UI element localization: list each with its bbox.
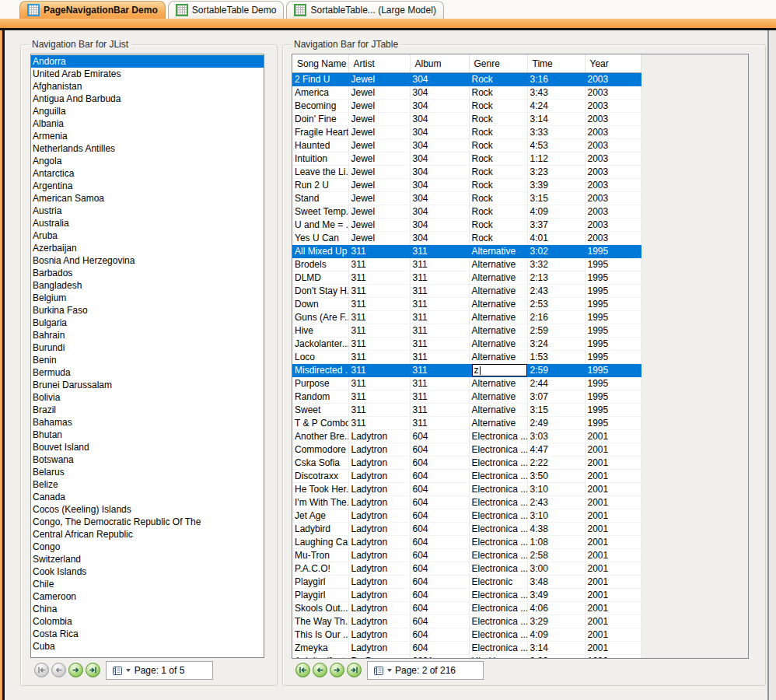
table-row[interactable]: This Is Our ...Ladytron604Electronica ..… [292,628,641,642]
table-row[interactable]: U and Me = ...Jewel304Rock3:372003 [292,219,641,232]
country-list[interactable]: AndorraUnited Arab EmiratesAfghanistanAn… [30,54,264,658]
table-row[interactable]: LadybirdLadytron604Electronica ...4:3820… [292,523,641,536]
table-row[interactable]: Brodels311311Alternative3:321995 [292,258,641,271]
list-item[interactable]: Bhutan [31,429,264,441]
list-item[interactable]: Argentina [31,180,264,192]
table-row[interactable]: T & P Combo311311Alternative2:491995 [292,417,641,430]
column-header[interactable]: Song Name [292,54,348,73]
list-item[interactable]: Chile [31,578,264,590]
table-row[interactable]: Down311311Alternative2:531995 [292,298,641,311]
list-item[interactable]: Belgium [31,292,264,304]
list-item[interactable]: Cook Islands [31,565,264,578]
table-row[interactable]: BecomingJewel304Rock4:242003 [292,100,641,113]
table-row[interactable]: Mu-TronLadytron604Electronica ...2:58200… [292,549,641,562]
column-header[interactable]: Artist [348,54,410,73]
table-row[interactable]: Sweet Temp...Jewel304Rock4:092003 [292,205,641,219]
table-row[interactable]: Yes U CanJewel304Rock4:012003 [292,232,641,245]
list-item[interactable]: Switzerland [31,553,264,565]
list-item[interactable]: Botswana [31,453,264,466]
list-item[interactable]: Bolivia [31,391,264,404]
list-item[interactable]: Australia [31,217,264,229]
list-item[interactable]: Afghanistan [31,80,264,93]
table-row[interactable]: Purpose311311Alternative2:441995 [292,377,641,390]
last-page-button[interactable] [86,663,100,677]
song-table[interactable]: Song NameArtistAlbumGenreTimeYear2 Find … [292,54,641,659]
table-row[interactable]: Run 2 UJewel304Rock3:392003 [292,179,641,192]
list-item[interactable]: Bosnia And Herzegovina [31,254,264,267]
table-row[interactable]: Don't Stay H...311311Alternative2:431995 [292,285,641,298]
table-row[interactable]: AmericaJewel304Rock3:432003 [292,86,641,100]
table-row[interactable]: PlaygirlLadytron604Electronic3:482001 [292,576,641,589]
table-row[interactable]: Random311311Alternative3:071995 [292,390,641,404]
tab-sortabletable-large-model[interactable]: SortableTable... (Large Model) [286,1,443,19]
column-header[interactable]: Time [527,54,585,73]
list-item[interactable]: Burkina Faso [31,304,264,317]
table-row[interactable]: Laughing Ca...Ladytron604Electronica ...… [292,536,641,549]
list-item[interactable]: Bahamas [31,416,264,429]
list-item[interactable]: Andorra [31,55,264,68]
table-row[interactable]: ZmeykaLadytron604Electronica ...3:142001 [292,642,641,655]
table-row[interactable]: Another Bre...Ladytron604Electronica ...… [292,430,641,443]
table-row[interactable]: Sweet311311Alternative3:151995 [292,404,641,417]
list-item[interactable]: Angola [31,155,264,167]
list-item[interactable]: Burundi [31,341,264,354]
table-row[interactable]: Loco311311Alternative1:531995 [292,351,641,364]
list-item[interactable]: China [31,603,264,615]
list-item[interactable]: Bermuda [31,366,264,379]
list-item[interactable]: Anguilla [31,105,264,117]
page-size-dropdown[interactable] [112,662,131,679]
table-row[interactable]: Jet AgeLadytron604Electronica ...3:10200… [292,509,641,523]
table-row[interactable]: HauntedJewel304Rock4:532003 [292,139,641,152]
list-item[interactable]: Central African Republic [31,528,264,541]
table-row[interactable]: Hive311311Alternative2:591995 [292,324,641,338]
list-item[interactable]: Costa Rica [31,628,264,640]
table-row[interactable]: Doin' FineJewel304Rock3:142003 [292,113,641,126]
table-row[interactable]: Skools Out...Ladytron604Electronica ...4… [292,602,641,615]
first-page-button[interactable] [295,663,310,677]
table-row[interactable]: Misdirected ...311311z2:591995 [292,364,641,377]
list-item[interactable]: Bangladesh [31,279,264,292]
list-item[interactable]: Congo [31,541,264,553]
table-row[interactable]: Cska SofiaLadytron604Electronica ...2:22… [292,457,641,470]
table-row[interactable]: Guns (Are F...311311Alternative2:161995 [292,311,641,324]
table-row[interactable]: Jackolanter...311311Alternative3:241995 [292,338,641,351]
list-item[interactable]: American Samoa [31,192,264,205]
previous-page-button[interactable] [313,663,327,677]
table-row[interactable]: PlaygirlLadytron604Electronica ...3:4920… [292,589,641,602]
cell-editor[interactable]: z [472,364,527,376]
tab-pagenavigationbar-demo[interactable]: PageNavigationBar Demo [19,1,166,19]
list-item[interactable]: Benin [31,354,264,366]
list-item[interactable]: Congo, The Democratic Republic Of The [31,516,264,528]
list-item[interactable]: Azerbaijan [31,242,264,254]
column-header[interactable]: Genre [469,54,527,73]
column-header[interactable]: Album [410,54,469,73]
list-item[interactable]: Colombia [31,615,264,628]
table-row[interactable]: Fragile HeartJewel304Rock3:332003 [292,126,641,139]
column-header[interactable]: Year [585,54,641,73]
next-page-button[interactable] [330,663,344,677]
list-item[interactable]: Armenia [31,130,264,142]
page-size-dropdown[interactable] [373,662,392,679]
table-row[interactable]: DLMD311311Alternative2:131995 [292,271,641,285]
list-item[interactable]: Cameroon [31,590,264,603]
tab-sortabletable-demo[interactable]: SortableTable Demo [168,1,285,19]
table-row[interactable]: Ackrite (feat...Dr. Dre2001Hip-Hop3:3919… [292,655,641,660]
list-item[interactable]: Barbados [31,267,264,279]
list-item[interactable]: United Arab Emirates [31,68,264,80]
list-item[interactable]: Cocos (Keeling) Islands [31,503,264,516]
table-row[interactable]: Leave the Li...Jewel304Rock3:232003 [292,166,641,179]
table-row[interactable]: All Mixed Up311311Alternative3:021995 [292,245,641,258]
table-row[interactable]: DiscotraxxLadytron604Electronica ...3:50… [292,470,641,483]
table-row[interactable]: Commodore ...Ladytron604Electronica ...4… [292,443,641,457]
list-item[interactable]: Belize [31,478,264,491]
list-item[interactable]: Belarus [31,466,264,478]
list-item[interactable]: Bouvet Island [31,441,264,453]
list-item[interactable]: Albania [31,117,264,130]
list-item[interactable]: Aruba [31,229,264,242]
list-item[interactable]: Canada [31,491,264,503]
table-row[interactable]: 2 Find UJewel304Rock3:162003 [292,73,641,86]
list-item[interactable]: Austria [31,205,264,217]
list-item[interactable]: Antarctica [31,167,264,180]
table-row[interactable]: P.A.C.O!Ladytron604Electronica ...3:0020… [292,562,641,576]
table-row[interactable]: StandJewel304Rock3:152003 [292,192,641,205]
